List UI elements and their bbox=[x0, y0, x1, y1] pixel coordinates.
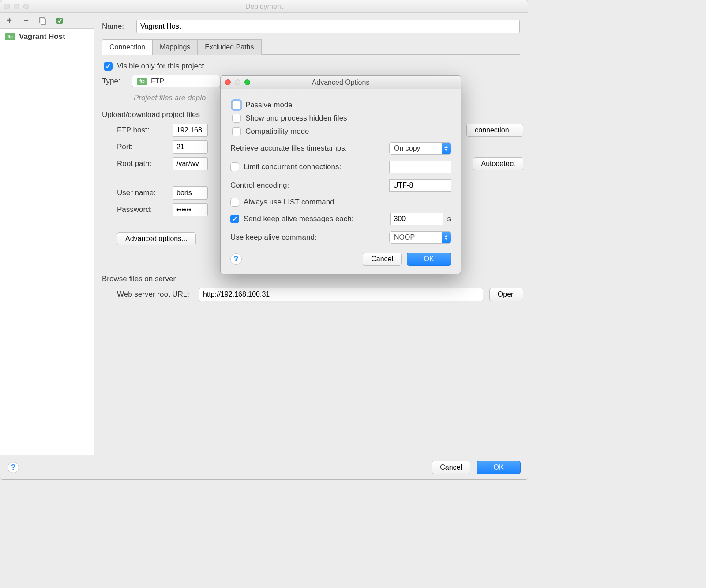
ok-button[interactable]: OK bbox=[477, 461, 521, 474]
web-url-label: Web server root URL: bbox=[102, 290, 199, 299]
type-select-value: FTP bbox=[151, 77, 164, 85]
root-path-label: Root path: bbox=[102, 159, 173, 168]
sidebar: + − ftp Vagrant Host bbox=[0, 13, 94, 455]
username-input[interactable] bbox=[173, 186, 208, 200]
keepalive-unit: s bbox=[447, 215, 451, 223]
list-cmd-checkbox[interactable] bbox=[230, 198, 239, 207]
visible-only-checkbox[interactable] bbox=[104, 62, 113, 71]
ftp-host-label: FTP host: bbox=[102, 126, 173, 135]
keepalive-cmd-select[interactable]: NOOP bbox=[389, 231, 451, 244]
passive-mode-label: Passive mode bbox=[245, 101, 293, 109]
chevron-updown-icon bbox=[442, 143, 451, 154]
password-label: Password: bbox=[102, 205, 173, 214]
svg-rect-2 bbox=[56, 18, 63, 24]
ftp-icon: ftp bbox=[137, 78, 147, 85]
limit-conn-checkbox[interactable] bbox=[230, 162, 239, 171]
web-url-input[interactable] bbox=[199, 288, 483, 301]
autodetect-button[interactable]: Autodetect bbox=[473, 157, 524, 170]
hidden-files-label: Show and process hidden files bbox=[245, 114, 347, 123]
username-label: User name: bbox=[102, 188, 173, 197]
keepalive-input[interactable] bbox=[390, 213, 443, 225]
help-icon[interactable]: ? bbox=[8, 462, 19, 473]
encoding-input[interactable] bbox=[389, 179, 451, 192]
tab-excluded[interactable]: Excluded Paths bbox=[198, 39, 261, 55]
compat-mode-label: Compatibility mode bbox=[245, 127, 309, 136]
open-button[interactable]: Open bbox=[489, 288, 523, 301]
keepalive-cmd-label: Use keep alive command: bbox=[230, 233, 389, 242]
dialog-title: Advanced Options bbox=[221, 79, 461, 87]
visible-only-label: Visible only for this project bbox=[117, 62, 204, 71]
advanced-options-dialog: Advanced Options Passive mode Show and p… bbox=[220, 75, 461, 274]
retrieve-ts-select[interactable]: On copy bbox=[389, 142, 451, 155]
keepalive-label: Send keep alive messages each: bbox=[244, 215, 354, 223]
hidden-files-checkbox[interactable] bbox=[232, 114, 241, 123]
port-label: Port: bbox=[102, 143, 173, 151]
password-input[interactable] bbox=[173, 203, 208, 216]
sidebar-toolbar: + − bbox=[0, 13, 94, 29]
cancel-button[interactable]: Cancel bbox=[432, 461, 470, 474]
tab-connection[interactable]: Connection bbox=[102, 39, 153, 55]
sidebar-item-label: Vagrant Host bbox=[19, 32, 65, 41]
type-label: Type: bbox=[102, 77, 125, 86]
copy-icon[interactable] bbox=[38, 16, 47, 25]
compat-mode-checkbox[interactable] bbox=[232, 127, 241, 136]
svg-rect-1 bbox=[41, 19, 45, 24]
port-input[interactable] bbox=[173, 140, 208, 154]
type-select[interactable]: ftp FTP bbox=[132, 75, 220, 87]
limit-conn-label: Limit concurrent connections: bbox=[244, 162, 341, 171]
retrieve-ts-label: Retrieve accurate files timestamps: bbox=[230, 144, 389, 153]
root-path-input[interactable] bbox=[173, 157, 208, 170]
window-footer: ? Cancel OK bbox=[0, 455, 528, 479]
retrieve-ts-value: On copy bbox=[394, 144, 421, 152]
list-cmd-label: Always use LIST command bbox=[244, 198, 334, 207]
encoding-label: Control encoding: bbox=[230, 181, 389, 190]
help-icon[interactable]: ? bbox=[230, 253, 242, 265]
keepalive-cmd-value: NOOP bbox=[394, 234, 415, 241]
sidebar-item-vagrant-host[interactable]: ftp Vagrant Host bbox=[0, 30, 94, 43]
passive-mode-checkbox[interactable] bbox=[232, 101, 241, 109]
section-browse-title: Browse files on server bbox=[102, 275, 520, 283]
limit-conn-input[interactable] bbox=[389, 161, 451, 173]
dialog-titlebar: Advanced Options bbox=[221, 76, 461, 89]
name-label: Name: bbox=[102, 22, 129, 31]
ftp-host-input[interactable] bbox=[173, 124, 208, 137]
tabs: Connection Mappings Excluded Paths bbox=[102, 39, 520, 55]
tab-mappings[interactable]: Mappings bbox=[153, 39, 198, 55]
ok-button[interactable]: OK bbox=[407, 253, 451, 266]
test-connection-button[interactable]: connection... bbox=[466, 124, 523, 137]
validate-icon[interactable] bbox=[55, 16, 64, 25]
keepalive-checkbox[interactable] bbox=[230, 215, 239, 223]
ftp-icon: ftp bbox=[5, 33, 15, 40]
window-titlebar: Deployment bbox=[0, 0, 528, 13]
cancel-button[interactable]: Cancel bbox=[363, 253, 402, 266]
advanced-options-button[interactable]: Advanced options... bbox=[117, 232, 196, 245]
dialog-body: Passive mode Show and process hidden fil… bbox=[221, 89, 461, 274]
name-input[interactable] bbox=[136, 20, 520, 33]
remove-icon[interactable]: − bbox=[22, 16, 30, 25]
window-title: Deployment bbox=[0, 3, 528, 11]
chevron-updown-icon bbox=[442, 232, 451, 243]
add-icon[interactable]: + bbox=[5, 16, 14, 25]
